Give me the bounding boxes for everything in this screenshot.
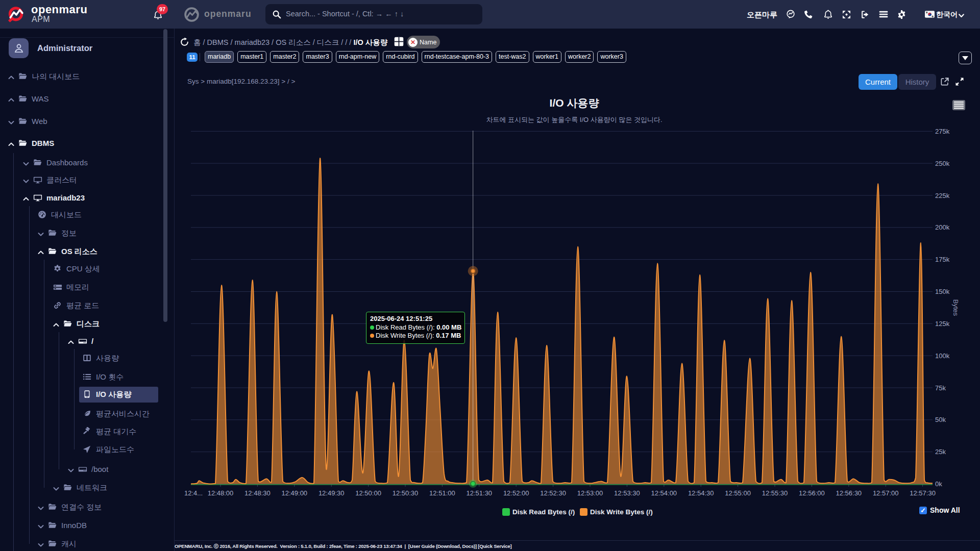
svg-text:12:48:30: 12:48:30	[244, 489, 271, 497]
svg-text:175k: 175k	[935, 256, 950, 263]
svg-text:12:54:30: 12:54:30	[688, 489, 714, 497]
svg-text:12:50:00: 12:50:00	[355, 489, 381, 497]
svg-text:12:54:00: 12:54:00	[651, 489, 677, 497]
svg-text:25k: 25k	[935, 448, 946, 456]
svg-text:200k: 200k	[935, 223, 950, 231]
svg-text:50k: 50k	[935, 416, 946, 423]
svg-text:12:55:00: 12:55:00	[725, 489, 751, 497]
svg-text:125k: 125k	[935, 320, 950, 328]
svg-text:12:52:00: 12:52:00	[503, 489, 529, 497]
svg-text:12:53:30: 12:53:30	[614, 489, 640, 497]
svg-text:275k: 275k	[935, 128, 950, 135]
svg-text:150k: 150k	[935, 288, 950, 295]
svg-text:12:51:00: 12:51:00	[429, 489, 455, 497]
svg-text:12:49:00: 12:49:00	[281, 489, 307, 497]
svg-text:75k: 75k	[935, 384, 946, 392]
svg-text:12:53:00: 12:53:00	[577, 489, 603, 497]
svg-text:225k: 225k	[935, 192, 950, 199]
svg-text:12:48:00: 12:48:00	[208, 489, 234, 497]
svg-text:12:56:30: 12:56:30	[836, 489, 862, 497]
svg-text:12:51:30: 12:51:30	[466, 489, 492, 497]
svg-text:250k: 250k	[935, 160, 950, 167]
svg-text:100k: 100k	[935, 352, 950, 360]
svg-text:12:56:00: 12:56:00	[799, 489, 825, 497]
svg-text:12:57:30: 12:57:30	[910, 489, 936, 497]
svg-text:12:57:00: 12:57:00	[873, 489, 899, 497]
svg-text:12:50:30: 12:50:30	[393, 489, 419, 497]
svg-text:0k: 0k	[935, 480, 942, 488]
svg-text:12:49:30: 12:49:30	[318, 489, 345, 497]
svg-text:Bytes: Bytes	[952, 299, 960, 316]
svg-text:12:55:30: 12:55:30	[762, 489, 788, 497]
svg-text:12:4...: 12:4...	[184, 489, 203, 497]
svg-text:12:52:30: 12:52:30	[540, 489, 566, 497]
